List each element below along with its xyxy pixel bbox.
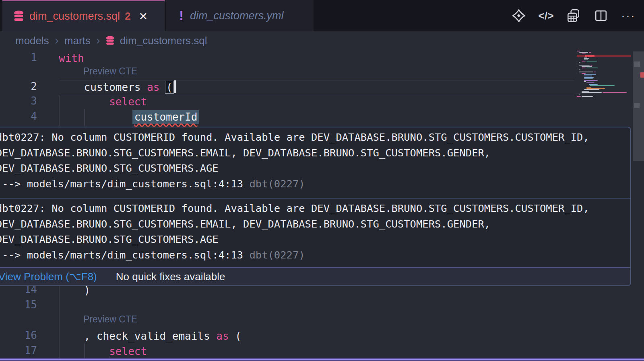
code-line[interactable]: with — [59, 51, 84, 65]
database-icon — [106, 36, 114, 46]
indent-guide — [59, 286, 60, 358]
breadcrumb-marts[interactable]: marts — [64, 35, 91, 47]
minimap-code-line — [582, 92, 602, 93]
keyword-token: with — [59, 52, 84, 64]
minimap-code-line — [586, 68, 598, 68]
scrollbar[interactable] — [633, 0, 644, 361]
no-quick-fixes-label: No quick fixes available — [116, 271, 225, 283]
breadcrumb-models[interactable]: models — [15, 35, 49, 47]
code-icon[interactable]: </> — [539, 8, 554, 23]
indent-guide — [84, 343, 85, 358]
indent-guide — [59, 95, 60, 126]
overview-ruler-change-marker — [634, 103, 640, 108]
minimap-code-line — [582, 53, 586, 54]
line-number: 4 — [0, 109, 37, 123]
minimap-code-line — [582, 68, 586, 68]
database-icon — [14, 10, 24, 23]
error-message-line: DEV_DATABASE.BRUNO.STG_CUSTOMERS.EMAIL, … — [0, 146, 490, 160]
error-message-line: --> models/marts/dim_customers.sql:4:13 … — [0, 177, 305, 191]
indent-guide — [84, 109, 85, 126]
error-message-line: dbt0227: No column CUSTOMERID found. Ava… — [0, 131, 589, 144]
minimap-code-line — [582, 73, 586, 74]
problem-hover-popup: dbt0227: No column CUSTOMERID found. Ava… — [0, 127, 631, 286]
overview-ruler-error-marker — [640, 72, 644, 78]
query-results-icon[interactable] — [566, 8, 581, 23]
code-token: customers — [84, 81, 147, 93]
minimap-code-line — [586, 88, 605, 89]
editor-toolbar: </> ··· — [511, 0, 636, 31]
error-identifier: customerId — [132, 110, 199, 124]
minimap-code-line — [579, 72, 593, 72]
line-number: 1 — [0, 51, 37, 64]
minimap-code-line — [579, 65, 590, 66]
minimap-code-line — [589, 84, 598, 85]
minimap-code-line — [584, 89, 599, 90]
minimap-code-line — [586, 82, 594, 83]
tab-title: dim_customers.yml — [190, 10, 284, 22]
minimap-code-line — [579, 94, 580, 94]
code-line[interactable]: select — [109, 345, 147, 358]
editor-window: dim_customers.sql 2 ✕ ! dim_customers.ym… — [0, 0, 644, 361]
tab-dim-customers-sql[interactable]: dim_customers.sql 2 ✕ — [2, 0, 165, 31]
keyword-token: select — [109, 345, 147, 357]
tab-title: dim_customers.sql — [29, 10, 120, 23]
text-cursor — [174, 80, 176, 93]
codelens-preview-cte[interactable]: Preview CTE — [83, 66, 137, 77]
code-token: , check_valid_emails — [84, 330, 217, 342]
keyword-token: as — [216, 330, 229, 342]
codelens-preview-cte[interactable]: Preview CTE — [83, 314, 137, 325]
close-tab-icon[interactable]: ✕ — [139, 10, 148, 23]
minimap-code-line — [594, 72, 596, 72]
error-message-line: --> models/marts/dim_customers.sql:4:13 … — [0, 248, 305, 262]
minimap-code-line — [586, 61, 597, 62]
keyword-token: as — [147, 81, 159, 93]
code-token: ( — [165, 81, 174, 94]
minimap-code-line — [582, 91, 589, 92]
split-editor-icon[interactable] — [593, 8, 609, 23]
minimap-code-line — [590, 85, 615, 86]
minimap[interactable] — [577, 50, 631, 100]
minimap-code-line — [590, 65, 592, 66]
minimap-code-line — [603, 92, 627, 93]
view-problem-link[interactable]: View Problem (⌥F8) — [0, 271, 97, 283]
line-number: 17 — [0, 344, 37, 357]
minimap-code-line — [589, 52, 591, 53]
error-message-line: dbt0227: No column CUSTOMERID found. Ava… — [0, 202, 589, 215]
popup-status-bar: View Problem (⌥F8) No quick fixes availa… — [0, 267, 631, 286]
error-message-line: DEV_DATABASE.BRUNO.STG_CUSTOMERS.AGE — [0, 233, 219, 246]
warning-icon: ! — [179, 8, 184, 23]
minimap-code-line — [584, 74, 596, 75]
code-line[interactable]: customers as ( — [84, 80, 176, 94]
minimap-code-line — [584, 81, 586, 82]
minimap-code-line — [582, 96, 593, 97]
chevron-right-icon: › — [96, 34, 100, 46]
line-number: 16 — [0, 328, 37, 342]
code-line[interactable]: , check_valid_emails as ( — [84, 329, 242, 343]
line-number: 15 — [0, 298, 37, 312]
error-message-line: DEV_DATABASE.BRUNO.STG_CUSTOMERS.AGE — [0, 162, 219, 175]
minimap-code-line — [586, 87, 591, 88]
code-line[interactable]: customerId — [134, 110, 199, 124]
minimap-code-line — [584, 78, 593, 79]
minimap-code-line — [584, 77, 594, 78]
minimap-code-line — [584, 57, 587, 57]
overview-ruler-change-marker — [634, 62, 640, 67]
keyword-token: select — [109, 96, 147, 108]
line-number: 3 — [0, 94, 37, 108]
tab-problem-badge: 2 — [125, 10, 130, 23]
panel-sash[interactable] — [0, 358, 644, 361]
popup-divider — [0, 198, 631, 199]
minimap-code-line — [579, 69, 580, 70]
code-token: ( — [229, 330, 242, 342]
code-line[interactable]: select — [109, 95, 147, 109]
line-number: 2 — [0, 80, 37, 93]
tab-dim-customers-yml[interactable]: ! dim_customers.yml — [166, 0, 314, 31]
minimap-code-line — [579, 62, 580, 63]
minimap-code-line — [584, 59, 588, 60]
dbt-logo-icon[interactable] — [511, 8, 526, 23]
minimap-code-line — [582, 61, 586, 62]
minimap-code-line — [577, 51, 580, 51]
tab-bar: dim_customers.sql 2 ✕ ! dim_customers.ym… — [0, 0, 644, 31]
breadcrumb: models › marts › dim_customers.sql — [15, 31, 207, 50]
breadcrumb-file[interactable]: dim_customers.sql — [120, 35, 207, 47]
